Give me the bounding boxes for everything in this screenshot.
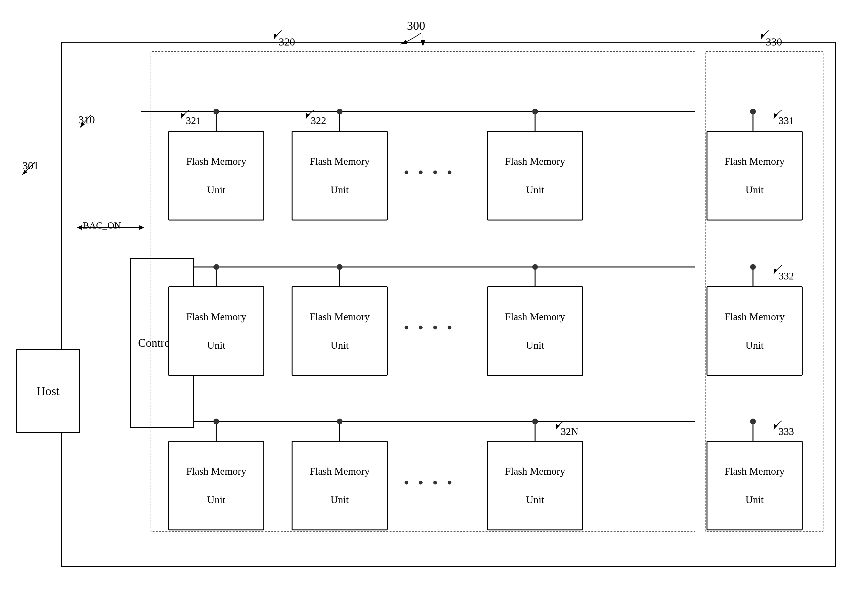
ref-arrow-330 bbox=[759, 29, 785, 42]
ref-arrow-32N bbox=[554, 419, 580, 432]
flash-unit-322: Flash Memory Unit bbox=[291, 131, 388, 221]
ref-arrow-322 bbox=[304, 108, 330, 121]
flash-unit-332: Flash Memory Unit bbox=[706, 286, 803, 376]
ref-arrow-332 bbox=[772, 264, 798, 277]
flash-unit-row3-2: Flash Memory Unit bbox=[291, 441, 388, 530]
ellipsis-row1: • • • • bbox=[404, 164, 455, 181]
host-box: Host bbox=[16, 349, 80, 433]
flash-unit-32N: Flash Memory Unit bbox=[487, 441, 583, 530]
ellipsis-row2: • • • • bbox=[404, 319, 455, 336]
ref-arrow-321 bbox=[179, 108, 205, 121]
ref-arrow-331 bbox=[772, 108, 798, 121]
flash-unit-row2-last: Flash Memory Unit bbox=[487, 286, 583, 376]
flash-unit-row2-1: Flash Memory Unit bbox=[168, 286, 264, 376]
flash-unit-321: Flash Memory Unit bbox=[168, 131, 264, 221]
flash-unit-333: Flash Memory Unit bbox=[706, 441, 803, 530]
label-300: 300 bbox=[407, 19, 425, 33]
ref-arrow-333 bbox=[772, 419, 798, 432]
bac-on-label: BAC_ON bbox=[83, 220, 121, 231]
flash-unit-row3-1: Flash Memory Unit bbox=[168, 441, 264, 530]
diagram-container: 300 301 Host BAC_ON 310 bbox=[16, 16, 852, 583]
ref-arrow-320 bbox=[272, 29, 298, 42]
ref-arrow-301 bbox=[16, 159, 64, 178]
ref-arrow-310 bbox=[75, 112, 107, 131]
flash-unit-row2-2: Flash Memory Unit bbox=[291, 286, 388, 376]
flash-unit-row1-last: Flash Memory Unit bbox=[487, 131, 583, 221]
ellipsis-row3: • • • • bbox=[404, 474, 455, 491]
flash-unit-331: Flash Memory Unit bbox=[706, 131, 803, 221]
